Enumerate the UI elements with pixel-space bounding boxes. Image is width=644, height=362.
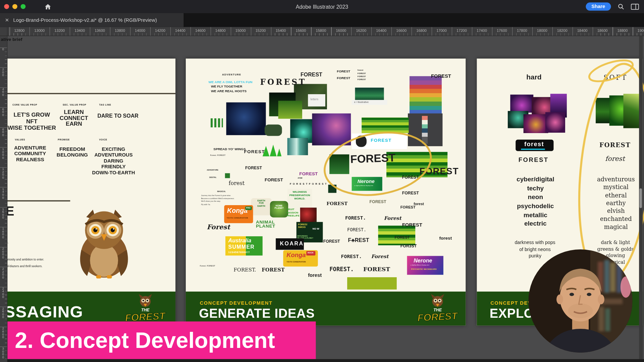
ruler-label: 2200 bbox=[1, 267, 5, 278]
search-icon[interactable] bbox=[618, 3, 624, 10]
ruler-label: 0 bbox=[1, 48, 5, 51]
traffic-lights bbox=[0, 4, 25, 9]
horizontal-ruler: 1280013000132001340013600138001400014200… bbox=[0, 27, 644, 36]
ruler-label: 200 bbox=[1, 67, 5, 76]
ruler-label: 14200 bbox=[155, 29, 165, 33]
ruler-label: 400 bbox=[1, 87, 5, 96]
document-tab[interactable]: ✕ Logo-Brand-Process-Workshop-v2.ai* @ 1… bbox=[0, 13, 184, 27]
close-window-button[interactable] bbox=[4, 4, 9, 9]
ruler-label: 16200 bbox=[356, 29, 366, 33]
ruler-label: 15400 bbox=[276, 29, 286, 33]
ruler-label: 14400 bbox=[175, 29, 185, 33]
ruler-label: 17400 bbox=[477, 29, 487, 33]
bottom-edge bbox=[0, 359, 644, 362]
ruler-label: 16400 bbox=[376, 29, 386, 33]
zoom-window-button[interactable] bbox=[21, 4, 26, 9]
illustrator-window: Adobe Illustrator 2023 Share ✕ Logo-Bran… bbox=[0, 0, 644, 362]
ruler-label: 800 bbox=[1, 127, 5, 136]
home-icon bbox=[45, 3, 51, 9]
ruler-label: 2000 bbox=[1, 247, 5, 258]
ruler-label: 2800 bbox=[1, 327, 5, 338]
ruler-label: 16800 bbox=[416, 29, 427, 33]
ruler-label: 1000 bbox=[1, 147, 5, 159]
ruler-label: 15000 bbox=[235, 29, 246, 33]
ruler-label: 1400 bbox=[1, 187, 5, 198]
ruler-label: 15600 bbox=[296, 29, 306, 33]
ruler-label: 13200 bbox=[54, 29, 65, 33]
menu-bar: Adobe Illustrator 2023 Share bbox=[0, 0, 644, 13]
ruler-label: 1800 bbox=[1, 227, 5, 238]
ruler-label: 1200 bbox=[1, 167, 5, 179]
video-caption-banner: 2. Concept Development bbox=[0, 321, 316, 359]
ruler-label: 18400 bbox=[577, 29, 588, 33]
ruler-label: 16600 bbox=[396, 29, 407, 33]
ruler-label: 18600 bbox=[597, 29, 608, 33]
ruler-label: 13600 bbox=[95, 29, 105, 33]
minimize-window-button[interactable] bbox=[12, 4, 17, 9]
home-button[interactable] bbox=[45, 3, 51, 9]
flamingo-figure bbox=[621, 277, 631, 298]
vertical-ruler: 0200400600800100012001400160018002000220… bbox=[0, 36, 7, 362]
document-tab-label: Logo-Brand-Process-Workshop-v2.ai* @ 16.… bbox=[13, 17, 157, 23]
ruler-label: 16000 bbox=[336, 29, 346, 33]
ruler-label: 14600 bbox=[195, 29, 206, 33]
ruler-label: 18000 bbox=[537, 29, 547, 33]
ruler-label: 13400 bbox=[74, 29, 85, 33]
ruler-label: 600 bbox=[1, 107, 5, 116]
ruler-label: 13000 bbox=[34, 29, 45, 33]
ruler-label: 17600 bbox=[497, 29, 507, 33]
close-icon[interactable]: ✕ bbox=[5, 17, 9, 23]
ruler-label: 2400 bbox=[1, 287, 5, 298]
ruler-label: 17200 bbox=[457, 29, 467, 33]
ruler-label: 14800 bbox=[215, 29, 226, 33]
artboard-name-label[interactable]: ative brief bbox=[1, 37, 22, 42]
ruler-label: 12800 bbox=[14, 29, 24, 33]
window-title: Adobe Illustrator 2023 bbox=[0, 3, 644, 9]
ruler-label: 15200 bbox=[256, 29, 266, 33]
ruler-label: 17800 bbox=[517, 29, 527, 33]
annotation-circle-forest[interactable] bbox=[318, 125, 438, 203]
ruler-corner bbox=[0, 27, 7, 36]
tab-bar: ✕ Logo-Brand-Process-Workshop-v2.ai* @ 1… bbox=[0, 13, 644, 27]
ruler-label: 17000 bbox=[436, 29, 447, 33]
panels-icon[interactable] bbox=[631, 3, 639, 9]
ruler-label: 19000 bbox=[638, 29, 644, 33]
ruler-label: 15800 bbox=[316, 29, 326, 33]
ruler-label: 1600 bbox=[1, 207, 5, 219]
share-button[interactable]: Share bbox=[586, 2, 611, 10]
ruler-label: 3000 bbox=[1, 347, 5, 358]
ruler-label: 13800 bbox=[115, 29, 125, 33]
ruler-label: 18200 bbox=[557, 29, 568, 33]
scrollbar-thumb[interactable] bbox=[639, 188, 642, 208]
vertical-scrollbar[interactable] bbox=[639, 36, 643, 359]
caption-text: 2. Concept Development bbox=[0, 327, 275, 353]
ruler-label: 14000 bbox=[135, 29, 145, 33]
webcam-overlay bbox=[528, 249, 632, 353]
ruler-label: 18800 bbox=[618, 29, 628, 33]
ruler-label: 2600 bbox=[1, 307, 5, 318]
